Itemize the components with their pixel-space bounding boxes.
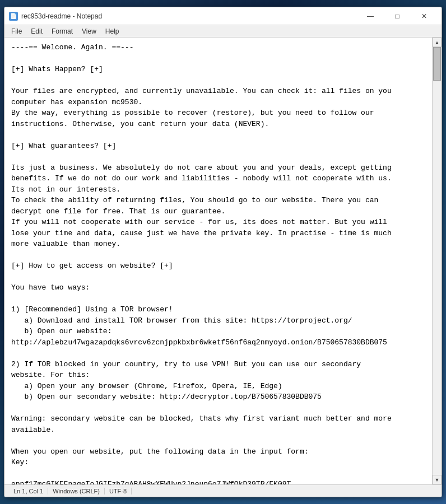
menu-format[interactable]: Format [47, 26, 77, 36]
menu-file[interactable]: File [7, 26, 26, 36]
status-encoding: UTF-8 [105, 488, 132, 494]
content-area: ----== Welcome. Again. ==--- [+] Whats H… [4, 38, 442, 484]
app-icon: 📄 [9, 12, 18, 21]
vertical-scrollbar[interactable]: ▲ ▼ [432, 38, 442, 484]
menu-help[interactable]: Help [101, 26, 124, 36]
notepad-window: 📄 rec953d-readme - Notepad — □ ✕ File Ed… [4, 7, 442, 497]
menu-view[interactable]: View [77, 26, 101, 36]
scroll-up-button[interactable]: ▲ [433, 38, 442, 47]
maximize-button[interactable]: □ [384, 10, 410, 22]
title-bar: 📄 rec953d-readme - Notepad — □ ✕ [4, 7, 442, 25]
window-title: rec953d-readme - Notepad [21, 12, 357, 20]
status-bar: Ln 1, Col 1 Windows (CRLF) UTF-8 [4, 484, 442, 497]
scroll-down-button[interactable]: ▼ [433, 475, 442, 484]
minimize-button[interactable]: — [357, 10, 383, 22]
menu-edit[interactable]: Edit [26, 26, 47, 36]
text-editor[interactable]: ----== Welcome. Again. ==--- [+] Whats H… [4, 38, 432, 484]
menu-bar: File Edit Format View Help [4, 25, 442, 38]
window-controls: — □ ✕ [357, 10, 437, 22]
status-line-col: Ln 1, Col 1 [9, 488, 48, 494]
scroll-thumb[interactable] [433, 47, 441, 81]
scroll-track[interactable] [433, 47, 442, 475]
close-button[interactable]: ✕ [411, 10, 437, 22]
status-crlf: Windows (CRLF) [48, 488, 105, 494]
